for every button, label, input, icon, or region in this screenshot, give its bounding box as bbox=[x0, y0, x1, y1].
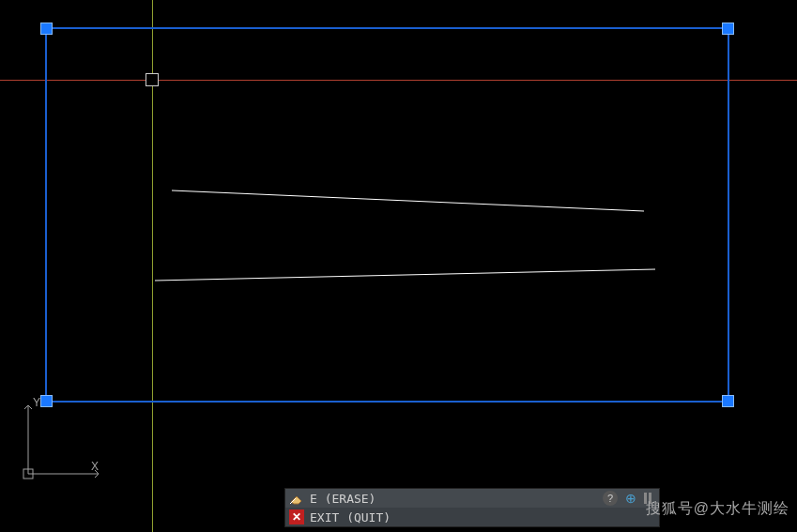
command-input-text[interactable]: E (ERASE) bbox=[310, 492, 603, 506]
command-input-row[interactable]: E (ERASE) ? ⊕ bbox=[285, 489, 659, 508]
grip-top-right[interactable] bbox=[722, 23, 734, 35]
ucs-y-label: Y bbox=[33, 396, 40, 409]
command-suggestion-exit[interactable]: ✕ EXIT (QUIT) bbox=[285, 508, 659, 526]
ucs-x-label: X bbox=[91, 460, 99, 473]
grip-top-left[interactable] bbox=[40, 23, 53, 35]
eraser-icon bbox=[289, 491, 304, 506]
selected-rectangle[interactable] bbox=[45, 27, 729, 403]
grip-bottom-right[interactable] bbox=[722, 395, 734, 407]
ucs-icon: X Y bbox=[23, 396, 108, 480]
svg-marker-5 bbox=[291, 496, 301, 504]
help-icon[interactable]: ? bbox=[603, 491, 618, 506]
command-suggestion-label: EXIT (QUIT) bbox=[310, 510, 391, 524]
command-autocomplete-popup[interactable]: E (ERASE) ? ⊕ ✕ EXIT (QUIT) bbox=[284, 488, 660, 527]
globe-icon[interactable]: ⊕ bbox=[623, 491, 638, 506]
watermark-text: 搜狐号@大水牛测绘 bbox=[646, 499, 789, 519]
close-icon: ✕ bbox=[289, 509, 304, 524]
